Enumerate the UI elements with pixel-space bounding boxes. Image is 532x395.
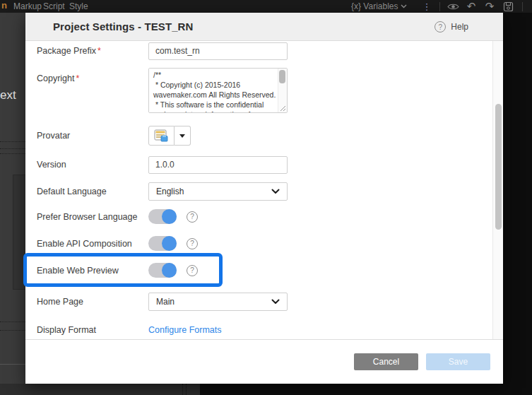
home-page-label: Home Page bbox=[37, 297, 148, 307]
home-page-select[interactable]: Main bbox=[148, 293, 288, 311]
required-asterisk: * bbox=[97, 46, 101, 56]
question-help-icon[interactable]: ? bbox=[187, 211, 198, 223]
field-row-enable-web-preview: Enable Web Preview ? bbox=[37, 263, 198, 278]
cancel-button[interactable]: Cancel bbox=[354, 353, 418, 370]
configure-formats-link[interactable]: Configure Formats bbox=[148, 325, 222, 335]
dialog-title: Project Settings - TEST_RN bbox=[53, 20, 193, 33]
field-row-prefer-browser-language: Prefer Browser Language ? bbox=[37, 209, 198, 224]
dialog-header: Project Settings - TEST_RN ? Help bbox=[25, 13, 503, 41]
default-language-label: Default Language bbox=[37, 187, 148, 196]
enable-api-composition-toggle[interactable] bbox=[148, 236, 177, 251]
dialog-scrollbar-thumb[interactable] bbox=[495, 104, 502, 230]
provatar-dropdown-button[interactable] bbox=[175, 126, 191, 146]
field-row-package-prefix: Package Prefix* bbox=[37, 42, 288, 60]
package-prefix-label: Package Prefix* bbox=[37, 46, 148, 56]
field-row-copyright: Copyright* /** * Copyright (c) 2015-2016… bbox=[37, 68, 288, 113]
question-help-icon[interactable]: ? bbox=[187, 238, 198, 249]
field-row-default-language: Default Language English bbox=[37, 182, 288, 201]
canvas-widget-outline bbox=[0, 141, 25, 142]
tab-style[interactable]: Style bbox=[69, 1, 88, 11]
provatar-list-icon bbox=[154, 129, 169, 143]
required-asterisk: * bbox=[76, 73, 80, 83]
chevron-down-icon bbox=[271, 299, 280, 305]
textarea-scrollbar-thumb[interactable] bbox=[279, 70, 285, 83]
dialog-body: Package Prefix* Copyright* /** * Copyrig… bbox=[25, 41, 503, 339]
enable-web-preview-toggle[interactable] bbox=[148, 263, 177, 278]
version-input[interactable] bbox=[148, 156, 288, 174]
variables-label: Variables bbox=[363, 1, 398, 11]
canvas-widget-placeholder bbox=[13, 175, 25, 290]
package-prefix-input[interactable] bbox=[148, 42, 288, 60]
default-language-select[interactable]: English bbox=[148, 182, 288, 201]
kebab-menu-icon[interactable]: ⋮ bbox=[420, 0, 434, 13]
canvas-widget-outline bbox=[0, 153, 25, 154]
canvas-text-fragment: ext bbox=[0, 88, 16, 102]
variables-menu[interactable]: {x} Variables bbox=[351, 0, 407, 13]
canvas-bottom-edge bbox=[0, 384, 200, 395]
default-language-value: English bbox=[156, 187, 184, 196]
toggle-knob bbox=[162, 263, 177, 278]
copyright-textarea[interactable]: /** * Copyright (c) 2015-2016 wavemaker.… bbox=[149, 69, 278, 112]
version-label: Version bbox=[37, 160, 148, 170]
question-help-icon[interactable]: ? bbox=[187, 265, 198, 276]
help-button[interactable]: ? Help bbox=[435, 13, 468, 41]
canvas-widget-outline bbox=[0, 148, 25, 149]
save-project-icon[interactable] bbox=[501, 0, 515, 13]
toolbar-divider bbox=[439, 2, 440, 11]
field-row-home-page: Home Page Main bbox=[37, 293, 288, 311]
redo-icon[interactable]: ↷ bbox=[483, 0, 497, 13]
resize-handle-icon[interactable] bbox=[280, 105, 286, 112]
preview-eye-icon[interactable] bbox=[446, 0, 460, 13]
design-canvas-edge: ext bbox=[0, 13, 25, 395]
active-tab-fragment: n bbox=[1, 0, 7, 11]
field-row-display-format: Display Format Configure Formats bbox=[37, 324, 222, 336]
toolbar-divider bbox=[522, 2, 523, 11]
caret-down-icon bbox=[179, 134, 185, 138]
variables-glyph: {x} bbox=[351, 1, 361, 11]
home-page-value: Main bbox=[156, 297, 175, 307]
toggle-knob bbox=[162, 236, 177, 251]
field-row-provatar: Provatar bbox=[37, 126, 191, 146]
provatar-label: Provatar bbox=[37, 131, 148, 141]
copyright-textarea-frame: /** * Copyright (c) 2015-2016 wavemaker.… bbox=[148, 68, 288, 113]
canvas-widget-outline bbox=[0, 330, 25, 331]
provatar-button[interactable] bbox=[148, 126, 175, 146]
toggle-knob bbox=[162, 209, 177, 224]
field-row-version: Version bbox=[37, 155, 288, 174]
prefer-browser-language-toggle[interactable] bbox=[148, 209, 177, 224]
save-button[interactable]: Save bbox=[426, 353, 490, 370]
chevron-down-icon bbox=[401, 4, 407, 8]
tab-script[interactable]: Script bbox=[43, 1, 65, 11]
copyright-label: Copyright* bbox=[37, 73, 148, 83]
undo-icon[interactable]: ↶ bbox=[464, 0, 478, 13]
help-icon: ? bbox=[435, 21, 446, 33]
dialog-scrollbar[interactable] bbox=[492, 41, 503, 339]
tab-markup[interactable]: Markup bbox=[13, 1, 42, 11]
dialog-footer: Cancel Save bbox=[25, 339, 503, 384]
ide-topbar: n Markup Script Style {x} Variables ⋮ ↶ … bbox=[0, 0, 532, 13]
display-format-label: Display Format bbox=[37, 325, 148, 335]
chevron-down-icon bbox=[271, 189, 280, 194]
canvas-divider bbox=[0, 364, 25, 365]
help-label: Help bbox=[451, 22, 468, 32]
canvas-widget-outline bbox=[182, 384, 187, 395]
canvas-widget-outline bbox=[0, 322, 25, 322]
project-settings-dialog: Project Settings - TEST_RN ? Help Packag… bbox=[25, 13, 503, 384]
prefer-browser-language-label: Prefer Browser Language bbox=[37, 212, 148, 222]
enable-web-preview-label: Enable Web Preview bbox=[37, 266, 148, 276]
field-row-enable-api-composition: Enable API Composition ? bbox=[37, 236, 198, 251]
enable-api-composition-label: Enable API Composition bbox=[37, 239, 148, 249]
